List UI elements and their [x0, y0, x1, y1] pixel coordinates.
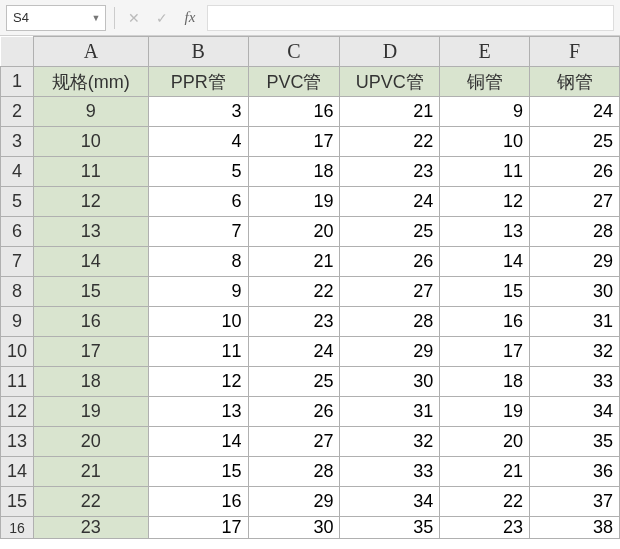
cell[interactable]: 20 — [440, 427, 530, 457]
cell[interactable]: 30 — [248, 517, 340, 539]
cell[interactable]: 13 — [148, 397, 248, 427]
cell[interactable]: 17 — [440, 337, 530, 367]
cell[interactable]: 17 — [248, 127, 340, 157]
cell[interactable]: 25 — [340, 217, 440, 247]
cell[interactable]: 22 — [248, 277, 340, 307]
cell[interactable]: 15 — [33, 277, 148, 307]
row-header[interactable]: 11 — [1, 367, 34, 397]
cell[interactable]: 18 — [33, 367, 148, 397]
cell[interactable]: 35 — [340, 517, 440, 539]
cell[interactable]: 31 — [530, 307, 620, 337]
cell[interactable]: 18 — [248, 157, 340, 187]
cell[interactable]: 20 — [33, 427, 148, 457]
cell[interactable]: 23 — [340, 157, 440, 187]
row-header[interactable]: 15 — [1, 487, 34, 517]
cell[interactable]: 28 — [340, 307, 440, 337]
cell[interactable]: 26 — [248, 397, 340, 427]
cell[interactable]: 24 — [248, 337, 340, 367]
cell[interactable]: 9 — [148, 277, 248, 307]
name-box-dropdown-icon[interactable]: ▼ — [89, 11, 103, 25]
cell[interactable]: 19 — [440, 397, 530, 427]
cell[interactable]: 22 — [440, 487, 530, 517]
cell[interactable]: 34 — [340, 487, 440, 517]
cell[interactable]: 33 — [530, 367, 620, 397]
cell[interactable]: 11 — [440, 157, 530, 187]
cell[interactable]: 铜管 — [440, 67, 530, 97]
cell[interactable]: 27 — [248, 427, 340, 457]
cell[interactable]: 16 — [148, 487, 248, 517]
cell[interactable]: 14 — [440, 247, 530, 277]
cell[interactable]: 27 — [530, 187, 620, 217]
row-header[interactable]: 14 — [1, 457, 34, 487]
col-header-B[interactable]: B — [148, 37, 248, 67]
cell[interactable]: 12 — [440, 187, 530, 217]
cell[interactable]: 5 — [148, 157, 248, 187]
formula-input[interactable] — [207, 5, 614, 31]
spreadsheet-grid[interactable]: A B C D E F 1 规格(mm) PPR管 PVC管 UPVC管 铜管 … — [0, 36, 620, 539]
cell[interactable]: 34 — [530, 397, 620, 427]
cell[interactable]: 13 — [440, 217, 530, 247]
row-header[interactable]: 9 — [1, 307, 34, 337]
cell[interactable]: 24 — [530, 97, 620, 127]
cell[interactable]: 10 — [33, 127, 148, 157]
fx-icon[interactable]: fx — [179, 7, 201, 29]
cell[interactable]: 38 — [530, 517, 620, 539]
cell[interactable]: 32 — [340, 427, 440, 457]
cell[interactable]: 11 — [33, 157, 148, 187]
cell[interactable]: 10 — [440, 127, 530, 157]
cell[interactable]: 4 — [148, 127, 248, 157]
cell[interactable]: 29 — [248, 487, 340, 517]
row-header[interactable]: 8 — [1, 277, 34, 307]
cell[interactable]: 15 — [148, 457, 248, 487]
cell[interactable]: 钢管 — [530, 67, 620, 97]
cell[interactable]: 31 — [340, 397, 440, 427]
cell[interactable]: 26 — [530, 157, 620, 187]
cell[interactable]: 19 — [33, 397, 148, 427]
row-header[interactable]: 4 — [1, 157, 34, 187]
cell[interactable]: 16 — [248, 97, 340, 127]
cell[interactable]: 21 — [33, 457, 148, 487]
cell[interactable]: 21 — [440, 457, 530, 487]
cell[interactable]: 28 — [248, 457, 340, 487]
col-header-F[interactable]: F — [530, 37, 620, 67]
select-all-corner[interactable] — [1, 37, 34, 67]
col-header-C[interactable]: C — [248, 37, 340, 67]
col-header-E[interactable]: E — [440, 37, 530, 67]
cell[interactable]: 16 — [33, 307, 148, 337]
row-header[interactable]: 12 — [1, 397, 34, 427]
cell[interactable]: 25 — [248, 367, 340, 397]
cell[interactable]: 35 — [530, 427, 620, 457]
row-header[interactable]: 5 — [1, 187, 34, 217]
cell[interactable]: 7 — [148, 217, 248, 247]
name-box[interactable]: S4 ▼ — [6, 5, 106, 31]
cell[interactable]: 23 — [248, 307, 340, 337]
cell[interactable]: 23 — [33, 517, 148, 539]
col-header-A[interactable]: A — [33, 37, 148, 67]
cell[interactable]: 29 — [530, 247, 620, 277]
cell[interactable]: 33 — [340, 457, 440, 487]
cell[interactable]: 3 — [148, 97, 248, 127]
cell[interactable]: 36 — [530, 457, 620, 487]
cell[interactable]: PPR管 — [148, 67, 248, 97]
cell[interactable]: 17 — [33, 337, 148, 367]
cell[interactable]: 30 — [530, 277, 620, 307]
cell[interactable]: 22 — [340, 127, 440, 157]
cell[interactable]: 9 — [33, 97, 148, 127]
cell[interactable]: 10 — [148, 307, 248, 337]
cell[interactable]: 12 — [33, 187, 148, 217]
row-header[interactable]: 3 — [1, 127, 34, 157]
row-header[interactable]: 13 — [1, 427, 34, 457]
cell[interactable]: 29 — [340, 337, 440, 367]
cell[interactable]: 12 — [148, 367, 248, 397]
cell[interactable]: 37 — [530, 487, 620, 517]
cell[interactable]: 16 — [440, 307, 530, 337]
row-header[interactable]: 16 — [1, 517, 34, 539]
cell[interactable]: PVC管 — [248, 67, 340, 97]
row-header[interactable]: 7 — [1, 247, 34, 277]
cell[interactable]: 32 — [530, 337, 620, 367]
cell[interactable]: 26 — [340, 247, 440, 277]
cell[interactable]: 24 — [340, 187, 440, 217]
cell[interactable]: 17 — [148, 517, 248, 539]
cell[interactable]: 28 — [530, 217, 620, 247]
cell[interactable]: 25 — [530, 127, 620, 157]
